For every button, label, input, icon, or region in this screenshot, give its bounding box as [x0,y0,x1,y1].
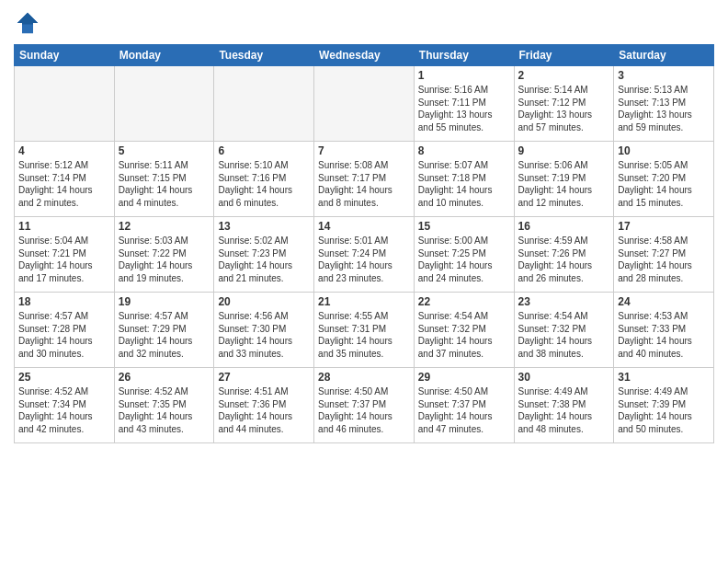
calendar-cell: 12Sunrise: 5:03 AMSunset: 7:22 PMDayligh… [114,217,214,293]
day-info: Sunrise: 5:07 AMSunset: 7:18 PMDaylight:… [418,159,510,209]
day-number: 31 [618,371,710,384]
day-info: Sunrise: 5:04 AMSunset: 7:21 PMDaylight:… [18,235,110,284]
calendar-cell: 9Sunrise: 5:06 AMSunset: 7:19 PMDaylight… [514,142,614,217]
day-number: 15 [418,220,510,233]
day-info: Sunrise: 4:52 AMSunset: 7:35 PMDaylight:… [119,385,210,435]
day-number: 16 [518,220,610,233]
day-number: 21 [318,295,410,308]
weekday-header-saturday: Saturday [614,45,714,66]
calendar-cell: 28Sunrise: 4:50 AMSunset: 7:37 PMDayligh… [314,368,415,443]
day-number: 1 [418,69,510,82]
calendar-cell [15,66,115,142]
day-info: Sunrise: 4:57 AMSunset: 7:28 PMDaylight:… [18,310,110,360]
day-number: 7 [318,144,410,157]
day-info: Sunrise: 5:06 AMSunset: 7:19 PMDaylight:… [518,159,610,209]
svg-marker-1 [17,13,39,25]
weekday-header-thursday: Thursday [414,45,514,66]
calendar-cell: 11Sunrise: 5:04 AMSunset: 7:21 PMDayligh… [15,217,115,293]
day-info: Sunrise: 4:57 AMSunset: 7:29 PMDaylight:… [119,310,210,360]
weekday-header-tuesday: Tuesday [214,45,314,66]
day-number: 26 [119,371,210,384]
day-number: 4 [18,144,110,157]
calendar-cell: 14Sunrise: 5:01 AMSunset: 7:24 PMDayligh… [314,217,415,293]
weekday-header-monday: Monday [114,45,214,66]
day-info: Sunrise: 5:10 AMSunset: 7:16 PMDaylight:… [218,159,310,209]
week-row-2: 4Sunrise: 5:12 AMSunset: 7:14 PMDaylight… [15,142,714,217]
day-info: Sunrise: 4:55 AMSunset: 7:31 PMDaylight:… [318,310,410,360]
day-number: 5 [119,144,210,157]
day-info: Sunrise: 4:49 AMSunset: 7:38 PMDaylight:… [518,385,610,435]
calendar-cell: 26Sunrise: 4:52 AMSunset: 7:35 PMDayligh… [114,368,214,443]
day-number: 11 [18,220,110,233]
day-number: 14 [318,220,410,233]
day-number: 6 [218,144,310,157]
day-number: 27 [218,371,310,384]
calendar-cell: 17Sunrise: 4:58 AMSunset: 7:27 PMDayligh… [614,217,714,293]
calendar-cell: 19Sunrise: 4:57 AMSunset: 7:29 PMDayligh… [114,293,214,368]
day-number: 13 [218,220,310,233]
calendar-cell: 22Sunrise: 4:54 AMSunset: 7:32 PMDayligh… [414,293,514,368]
day-number: 12 [119,220,210,233]
calendar-cell: 6Sunrise: 5:10 AMSunset: 7:16 PMDaylight… [214,142,314,217]
day-info: Sunrise: 4:49 AMSunset: 7:39 PMDaylight:… [618,385,710,435]
day-info: Sunrise: 4:53 AMSunset: 7:33 PMDaylight:… [618,310,710,360]
calendar-cell [314,66,415,142]
calendar-cell: 30Sunrise: 4:49 AMSunset: 7:38 PMDayligh… [514,368,614,443]
day-number: 17 [618,220,710,233]
day-info: Sunrise: 4:50 AMSunset: 7:37 PMDaylight:… [318,385,410,435]
calendar-cell: 5Sunrise: 5:11 AMSunset: 7:15 PMDaylight… [114,142,214,217]
day-info: Sunrise: 5:16 AMSunset: 7:11 PMDaylight:… [418,84,510,133]
calendar-cell: 10Sunrise: 5:05 AMSunset: 7:20 PMDayligh… [614,142,714,217]
weekday-header-sunday: Sunday [15,45,115,66]
day-number: 3 [618,69,710,82]
calendar-cell [214,66,314,142]
day-number: 22 [418,295,510,308]
day-number: 19 [119,295,210,308]
logo-icon [14,9,41,37]
calendar-cell: 23Sunrise: 4:54 AMSunset: 7:32 PMDayligh… [514,293,614,368]
day-number: 23 [518,295,610,308]
day-number: 28 [318,371,410,384]
weekday-header-friday: Friday [514,45,614,66]
calendar-cell: 31Sunrise: 4:49 AMSunset: 7:39 PMDayligh… [614,368,714,443]
day-info: Sunrise: 4:50 AMSunset: 7:37 PMDaylight:… [418,385,510,435]
day-info: Sunrise: 5:11 AMSunset: 7:15 PMDaylight:… [119,159,210,209]
calendar-table: SundayMondayTuesdayWednesdayThursdayFrid… [14,44,714,443]
calendar-cell: 4Sunrise: 5:12 AMSunset: 7:14 PMDaylight… [15,142,115,217]
day-info: Sunrise: 4:56 AMSunset: 7:30 PMDaylight:… [218,310,310,360]
day-info: Sunrise: 5:12 AMSunset: 7:14 PMDaylight:… [18,159,110,209]
calendar-cell: 20Sunrise: 4:56 AMSunset: 7:30 PMDayligh… [214,293,314,368]
day-info: Sunrise: 5:02 AMSunset: 7:23 PMDaylight:… [218,235,310,284]
day-number: 10 [618,144,710,157]
day-number: 20 [218,295,310,308]
day-info: Sunrise: 5:13 AMSunset: 7:13 PMDaylight:… [618,84,710,133]
day-info: Sunrise: 5:08 AMSunset: 7:17 PMDaylight:… [318,159,410,209]
calendar-cell: 7Sunrise: 5:08 AMSunset: 7:17 PMDaylight… [314,142,415,217]
day-number: 25 [18,371,110,384]
calendar-cell: 2Sunrise: 5:14 AMSunset: 7:12 PMDaylight… [514,66,614,142]
day-info: Sunrise: 5:00 AMSunset: 7:25 PMDaylight:… [418,235,510,284]
day-info: Sunrise: 5:05 AMSunset: 7:20 PMDaylight:… [618,159,710,209]
calendar-cell: 25Sunrise: 4:52 AMSunset: 7:34 PMDayligh… [15,368,115,443]
week-row-4: 18Sunrise: 4:57 AMSunset: 7:28 PMDayligh… [15,293,714,368]
day-info: Sunrise: 4:54 AMSunset: 7:32 PMDaylight:… [518,310,610,360]
week-row-3: 11Sunrise: 5:04 AMSunset: 7:21 PMDayligh… [15,217,714,293]
calendar-cell: 24Sunrise: 4:53 AMSunset: 7:33 PMDayligh… [614,293,714,368]
calendar-cell: 13Sunrise: 5:02 AMSunset: 7:23 PMDayligh… [214,217,314,293]
day-number: 8 [418,144,510,157]
day-number: 24 [618,295,710,308]
header [14,9,714,37]
day-number: 18 [18,295,110,308]
week-row-5: 25Sunrise: 4:52 AMSunset: 7:34 PMDayligh… [15,368,714,443]
calendar-cell: 8Sunrise: 5:07 AMSunset: 7:18 PMDaylight… [414,142,514,217]
calendar-cell: 18Sunrise: 4:57 AMSunset: 7:28 PMDayligh… [15,293,115,368]
day-info: Sunrise: 4:58 AMSunset: 7:27 PMDaylight:… [618,235,710,284]
calendar-cell: 3Sunrise: 5:13 AMSunset: 7:13 PMDaylight… [614,66,714,142]
calendar-cell: 1Sunrise: 5:16 AMSunset: 7:11 PMDaylight… [414,66,514,142]
page: SundayMondayTuesdayWednesdayThursdayFrid… [0,0,728,563]
calendar-cell: 21Sunrise: 4:55 AMSunset: 7:31 PMDayligh… [314,293,415,368]
logo [14,9,45,37]
day-number: 29 [418,371,510,384]
calendar-cell: 16Sunrise: 4:59 AMSunset: 7:26 PMDayligh… [514,217,614,293]
day-info: Sunrise: 4:54 AMSunset: 7:32 PMDaylight:… [418,310,510,360]
